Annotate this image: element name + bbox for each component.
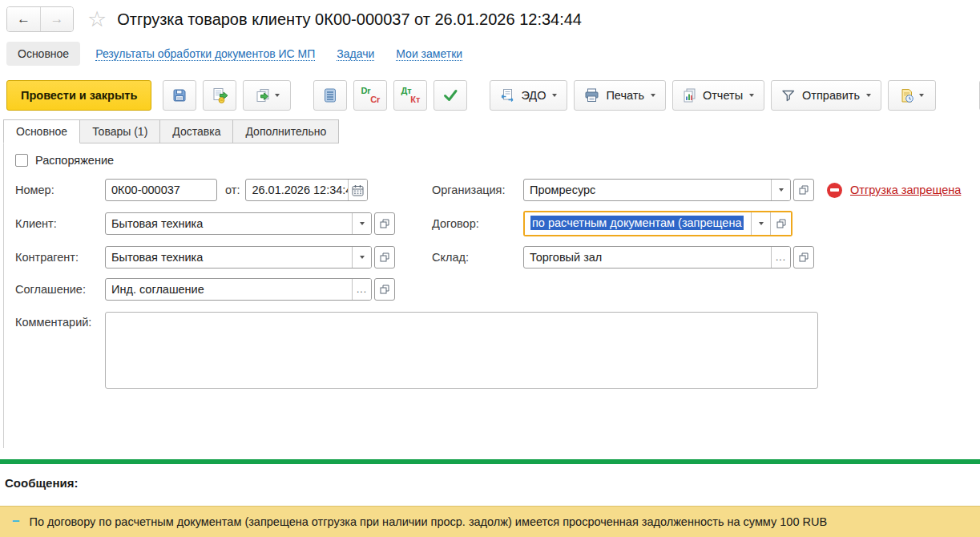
nav-link-tasks[interactable]: Задачи — [337, 47, 374, 61]
register-records-icon — [323, 87, 337, 103]
counterparty-field: Бытовая техника — [105, 246, 372, 268]
message-bullet-icon: – — [12, 513, 19, 529]
chevron-down-icon — [919, 94, 924, 97]
forward-arrow-icon: → — [50, 11, 64, 27]
contract-field-focused: по расчетным документам (запрещена — [523, 211, 792, 236]
no-entry-icon — [827, 183, 842, 198]
back-arrow-icon: ← — [17, 11, 30, 27]
open-window-icon — [799, 185, 809, 195]
page-title: Отгрузка товаров клиенту 0К00-000037 от … — [117, 10, 582, 29]
save-button[interactable] — [163, 80, 196, 111]
warehouse-open-button[interactable] — [793, 246, 814, 268]
warehouse-input[interactable]: Торговый зал — [524, 247, 771, 268]
create-based-on-button[interactable] — [243, 80, 291, 111]
number-label: Номер: — [15, 184, 105, 196]
client-label: Клиент: — [15, 217, 105, 230]
number-input[interactable]: 0К00-000037 — [106, 180, 216, 200]
chevron-down-icon — [651, 94, 655, 97]
chevron-down-icon — [759, 222, 764, 225]
comment-label: Комментарий: — [15, 316, 105, 329]
counterparty-input[interactable]: Бытовая техника — [106, 247, 352, 268]
calendar-icon — [352, 184, 364, 196]
check-fill-button[interactable] — [434, 80, 467, 111]
warehouse-label: Склад: — [432, 251, 523, 264]
print-icon — [584, 88, 599, 103]
agreement-field: Инд. соглашение ... — [105, 278, 372, 301]
number-field: 0К00-000037 — [105, 179, 217, 201]
disposition-label: Распоряжение — [35, 154, 114, 167]
open-window-icon — [776, 219, 786, 228]
tab-delivery[interactable]: Доставка — [159, 119, 233, 143]
pane-splitter[interactable] — [0, 459, 980, 464]
organization-input[interactable]: Промресурс — [524, 180, 771, 200]
date-input[interactable]: 26.01.2026 12:34:44 — [246, 180, 348, 200]
date-label: от: — [225, 184, 240, 196]
scheduled-tasks-button[interactable] — [888, 80, 936, 111]
send-button[interactable]: Отправить — [771, 80, 881, 111]
shipment-banned-link[interactable]: Отгрузка запрещена — [850, 184, 961, 196]
date-field: 26.01.2026 12:34:44 — [245, 179, 368, 201]
chevron-down-icon — [779, 188, 784, 192]
disposition-checkbox[interactable] — [15, 154, 28, 167]
dtkt-icon: ДтКт — [400, 85, 421, 106]
agreement-open-button[interactable] — [374, 278, 395, 301]
chevron-down-icon — [275, 94, 280, 97]
dtkt-button[interactable]: ДтКт — [393, 80, 427, 111]
tab-additional[interactable]: Дополнительно — [232, 119, 339, 143]
message-item[interactable]: – По договору по расчетным документам (з… — [0, 506, 980, 537]
drcr-icon: DrCr — [360, 85, 381, 106]
open-window-icon — [799, 252, 809, 262]
organization-open-button[interactable] — [793, 179, 814, 201]
open-window-icon — [380, 219, 389, 228]
chevron-down-icon — [360, 256, 365, 259]
post-document-button[interactable] — [203, 80, 236, 111]
tab-panel-main: Распоряжение Номер: 0К00-000037 от: 26.0… — [3, 143, 980, 448]
client-input[interactable]: Бытовая техника — [106, 213, 352, 234]
history-nav: ← → — [6, 6, 74, 32]
contract-label: Договор: — [432, 217, 523, 230]
send-funnel-icon — [781, 89, 796, 102]
chevron-down-icon — [866, 94, 871, 97]
organization-dropdown-button[interactable] — [771, 180, 790, 200]
post-document-icon — [212, 87, 228, 103]
edo-button[interactable]: ЭДО — [490, 80, 567, 111]
register-records-button[interactable] — [313, 80, 347, 111]
favorite-star-icon[interactable]: ☆ — [87, 9, 107, 30]
contract-dropdown-button[interactable] — [751, 212, 770, 235]
warehouse-choose-button[interactable]: ... — [771, 247, 790, 268]
drcr-button[interactable]: DrCr — [353, 80, 387, 111]
checkmark-icon — [442, 88, 458, 103]
contract-input[interactable]: по расчетным документам (запрещена — [525, 212, 751, 235]
edo-label: ЭДО — [521, 89, 546, 102]
contract-open-button[interactable] — [770, 212, 791, 235]
reports-button[interactable]: Отчеты — [672, 80, 764, 111]
contract-field: по расчетным документам (запрещена — [525, 212, 770, 235]
agreement-label: Соглашение: — [15, 283, 105, 296]
nav-current-main[interactable]: Основное — [6, 42, 80, 66]
tab-main[interactable]: Основное — [3, 119, 80, 143]
tab-goods[interactable]: Товары (1) — [79, 119, 160, 143]
comment-input[interactable] — [105, 312, 818, 389]
nav-link-my-notes[interactable]: Мои заметки — [396, 47, 462, 61]
calendar-button[interactable] — [348, 180, 367, 200]
client-open-button[interactable] — [374, 212, 395, 235]
client-field: Бытовая техника — [105, 212, 372, 235]
client-dropdown-button[interactable] — [352, 213, 371, 234]
organization-label: Организация: — [432, 184, 523, 196]
document-window: ← → ☆ Отгрузка товаров клиенту 0К00-0000… — [0, 6, 980, 448]
window-header: ← → ☆ Отгрузка товаров клиенту 0К00-0000… — [6, 6, 980, 33]
agreement-choose-button[interactable]: ... — [352, 279, 371, 300]
forward-button[interactable]: → — [40, 7, 73, 31]
counterparty-dropdown-button[interactable] — [352, 247, 371, 268]
post-and-close-button[interactable]: Провести и закрыть — [6, 80, 151, 111]
warehouse-field: Торговый зал ... — [523, 246, 791, 268]
agreement-input[interactable]: Инд. соглашение — [106, 279, 352, 300]
back-button[interactable]: ← — [7, 7, 40, 31]
chevron-down-icon — [552, 94, 557, 97]
reports-label: Отчеты — [703, 89, 743, 102]
print-button[interactable]: Печать — [574, 80, 666, 111]
counterparty-open-button[interactable] — [374, 246, 395, 268]
reports-icon — [683, 88, 696, 103]
messages-header: Сообщения: — [5, 476, 980, 490]
nav-link-ismp-results[interactable]: Результаты обработки документов ИС МП — [95, 47, 315, 61]
